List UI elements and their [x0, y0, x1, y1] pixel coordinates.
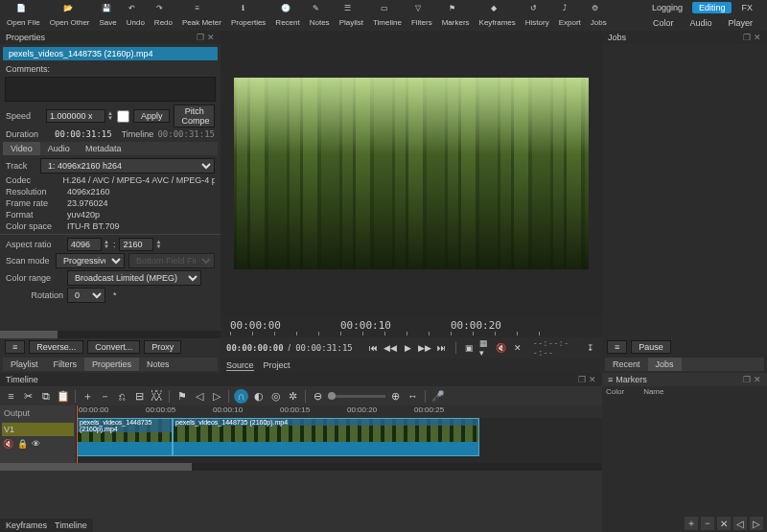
timeline-hscroll[interactable]	[0, 463, 602, 471]
marker-button[interactable]: ⚑	[174, 389, 189, 404]
skip-prev-button[interactable]: ⏮	[368, 341, 380, 355]
aspect-h-input[interactable]	[119, 238, 153, 251]
append-button[interactable]: ＋	[81, 389, 95, 404]
lock-icon[interactable]: 🔒	[17, 439, 28, 449]
tab-recent[interactable]: Recent	[605, 358, 648, 371]
mute-x-icon[interactable]: ✕	[512, 341, 523, 355]
props-hscroll[interactable]	[0, 331, 221, 338]
in-point-button[interactable]: ↧	[585, 341, 596, 355]
track-select[interactable]: 1: 4096x2160 h264	[40, 158, 215, 173]
open-file-button[interactable]: 📄Open File	[2, 3, 45, 28]
recent-button[interactable]: 🕘Recent	[270, 3, 304, 28]
rot-select[interactable]: 0	[67, 288, 105, 303]
next-marker-button[interactable]: ▷	[209, 389, 223, 404]
zoom-slider[interactable]	[328, 395, 385, 398]
tab-notes[interactable]: Notes	[139, 358, 177, 371]
comments-textarea[interactable]	[5, 77, 216, 102]
overwrite-button[interactable]: ⊟	[132, 389, 147, 404]
jobs-button[interactable]: ⚙Jobs	[586, 3, 612, 28]
crange-select[interactable]: Broadcast Limited (MPEG)	[67, 270, 201, 286]
close-icon[interactable]: ✕	[589, 375, 596, 384]
tab-metadata[interactable]: Metadata	[78, 142, 129, 155]
tab-properties[interactable]: Properties	[84, 358, 139, 371]
track-area[interactable]: 00:00:0000:00:0500:00:1000:00:1500:00:20…	[77, 405, 602, 463]
tab-player[interactable]: Player	[721, 17, 759, 29]
proxy-button[interactable]: Proxy	[144, 340, 181, 354]
tab-color[interactable]: Color	[646, 17, 681, 29]
timeline-button[interactable]: ▭Timeline	[368, 3, 407, 28]
zoom-fit-button[interactable]: ↔	[406, 389, 420, 404]
properties-button[interactable]: ℹProperties	[226, 3, 270, 28]
markers-menu-icon[interactable]: ≡	[608, 375, 613, 384]
tab-fx[interactable]: FX	[734, 2, 759, 13]
tab-keyframes[interactable]: Keyframes	[6, 520, 47, 530]
mute-button[interactable]: 🔇	[3, 439, 13, 449]
speed-input[interactable]	[46, 109, 105, 123]
tab-editing[interactable]: Editing	[692, 2, 732, 13]
clip-2[interactable]: pexels_videos_1448735 (2160p).mp4	[173, 418, 479, 456]
undo-button[interactable]: ↶Undo	[122, 3, 150, 28]
spinner-arrows[interactable]: ▲▼	[105, 111, 113, 121]
volume-button[interactable]: 🔇	[496, 341, 507, 355]
tab-audio[interactable]: Audio	[683, 17, 718, 29]
remove-button[interactable]: －	[98, 389, 112, 404]
prev-marker-button[interactable]: ◁	[192, 389, 206, 404]
tab-timeline[interactable]: Timeline	[55, 520, 87, 530]
zoom-fit-button[interactable]: ▣	[464, 341, 476, 355]
markers-col-name[interactable]: Name	[643, 387, 663, 396]
keyframes-button[interactable]: ◆Keyframes	[475, 3, 521, 28]
eye-icon[interactable]: 👁	[32, 439, 40, 449]
marker-clear-button[interactable]: ✕	[717, 517, 731, 530]
file-chip[interactable]: pexels_videos_1448735 (2160p).mp4	[3, 47, 218, 60]
timeline-ruler[interactable]: 00:00:0000:00:0500:00:1000:00:1500:00:20…	[77, 405, 602, 418]
markers-col-color[interactable]: Color	[606, 387, 624, 396]
open-other-button[interactable]: 📂Open Other	[45, 3, 95, 28]
playlist-button[interactable]: ☰Playlist	[335, 3, 368, 28]
clip-1[interactable]: pexels_videos_1448735 (2160p).mp4	[77, 418, 173, 456]
ripple-button[interactable]: ◎	[268, 389, 283, 404]
history-button[interactable]: ↺History	[521, 3, 554, 28]
play-button[interactable]: ▶	[402, 341, 413, 355]
tab-audio[interactable]: Audio	[40, 142, 78, 155]
snap-button[interactable]: ∩	[234, 389, 248, 404]
tab-video[interactable]: Video	[3, 142, 40, 155]
undock-icon[interactable]: ❐	[578, 375, 586, 384]
filters-button[interactable]: ▽Filters	[407, 3, 437, 28]
tab-project[interactable]: Project	[264, 360, 291, 371]
playhead[interactable]	[77, 405, 78, 463]
zoom-out-button[interactable]: ⊖	[311, 389, 325, 404]
save-button[interactable]: 💾Save	[95, 3, 122, 28]
tab-playlist[interactable]: Playlist	[3, 358, 46, 371]
grid-button[interactable]: ▦ ▾	[479, 341, 491, 355]
convert-button[interactable]: Convert...	[87, 340, 140, 354]
aspect-w-input[interactable]	[67, 238, 102, 251]
current-time[interactable]: 00:00:00:00	[226, 343, 284, 353]
apply-button[interactable]: Apply	[133, 109, 171, 123]
marker-add-button[interactable]: ＋	[685, 517, 698, 530]
tab-source[interactable]: Source	[226, 360, 254, 371]
video-preview[interactable]	[228, 38, 594, 309]
zoom-in-button[interactable]: ⊕	[388, 389, 403, 404]
close-icon[interactable]: ✕	[754, 375, 761, 384]
rewind-button[interactable]: ◀◀	[384, 341, 397, 355]
fastfwd-button[interactable]: ▶▶	[418, 341, 431, 355]
record-audio-button[interactable]: 🎤	[430, 389, 445, 404]
undock-icon[interactable]: ❐	[743, 33, 751, 42]
lift-button[interactable]: ⎌	[115, 389, 129, 404]
close-icon[interactable]: ✕	[207, 33, 215, 42]
viewer-ruler[interactable]: 00:00:0000:00:1000:00:20	[221, 316, 602, 337]
speed-checkbox[interactable]	[117, 110, 129, 123]
pause-button[interactable]: Pause	[631, 340, 671, 354]
export-button[interactable]: ⤴Export	[554, 3, 586, 28]
reverse-button[interactable]: Reverse...	[29, 340, 83, 354]
skip-next-button[interactable]: ⏭	[436, 341, 448, 355]
paste-button[interactable]: 📋	[56, 389, 70, 404]
tl-menu-button[interactable]: ≡	[4, 389, 18, 404]
undock-icon[interactable]: ❐	[743, 375, 751, 384]
cut-button[interactable]: ✂	[21, 389, 35, 404]
scrub-button[interactable]: ◐	[251, 389, 266, 404]
track-name[interactable]: V1	[4, 425, 14, 434]
split-button[interactable]: 〷	[150, 389, 164, 404]
scan-select[interactable]: Progressive	[56, 253, 125, 268]
tab-filters[interactable]: Filters	[46, 358, 85, 371]
